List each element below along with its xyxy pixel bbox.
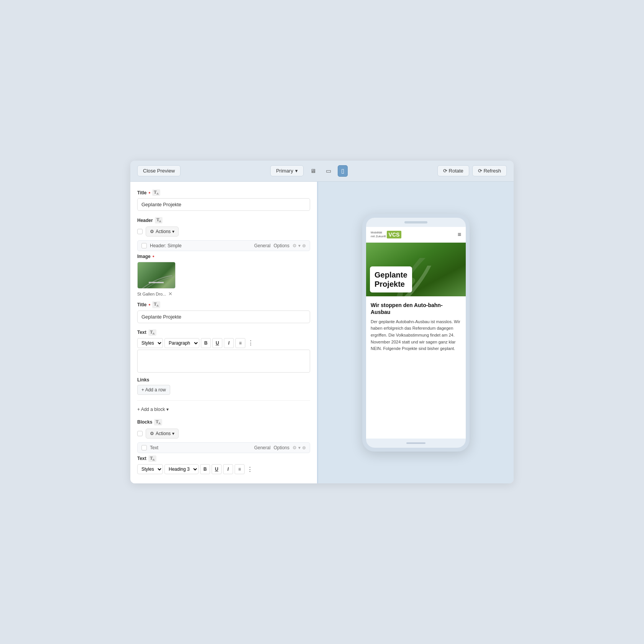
block-more-button[interactable]: ⋮ xyxy=(246,466,254,473)
blocks-actions-chevron-icon: ▾ xyxy=(172,431,174,436)
main-container: Close Preview Primary ▾ 🖥 ▭ ▯ ⟳ Rotate ⟳… xyxy=(130,161,514,483)
block-text-toolbar: Styles Heading 3 B U I ≡ ⋮ xyxy=(137,464,310,474)
paragraph-select[interactable]: Paragraph xyxy=(164,338,199,348)
block-text-translate-icon: 𝐓A xyxy=(148,455,156,462)
mobile-icon: ▯ xyxy=(341,168,344,174)
underline-button[interactable]: U xyxy=(212,338,222,348)
blocks-actions-button[interactable]: ⚙ Actions ▾ xyxy=(146,429,179,439)
right-panel: Mobilität mit Zukunft VCS ≡ xyxy=(318,182,514,483)
top-bar: Close Preview Primary ▾ 🖥 ▭ ▯ ⟳ Rotate ⟳… xyxy=(130,161,514,182)
title-field-label: Title • 𝐓A xyxy=(137,189,310,196)
block-list-button[interactable]: ≡ xyxy=(235,464,245,474)
left-panel: Title • 𝐓A Header 𝐓A ⚙ Actions ▾ xyxy=(130,182,318,483)
header-checkbox[interactable] xyxy=(137,229,143,234)
header-section-label: Header 𝐓A xyxy=(137,217,310,223)
text-translate-icon: 𝐓A xyxy=(148,329,156,336)
content-body: Der geplante Autobahn-Ausbau ist masslos… xyxy=(371,319,461,352)
inner-translate-icon: 𝐓A xyxy=(152,301,160,308)
block-styles-select[interactable]: Styles xyxy=(137,464,163,474)
text-block-row: Text General Options ⚙ ▾ ⊕ xyxy=(137,442,310,453)
rotate-button[interactable]: ⟳ Rotate xyxy=(437,165,469,176)
content-section: Wir stoppen den Auto-bahn-Ausbau Der gep… xyxy=(366,296,466,358)
block-bold-button[interactable]: B xyxy=(200,464,210,474)
text-block-checkbox[interactable] xyxy=(141,445,147,450)
styles-select[interactable]: Styles xyxy=(137,338,163,348)
hero-image: Geplante Projekte xyxy=(366,243,466,296)
content-subtitle: Wir stoppen den Auto-bahn-Ausbau xyxy=(371,302,461,315)
inner-title-label: Title • 𝐓A xyxy=(137,301,310,308)
phone-screen: Mobilität mit Zukunft VCS ≡ xyxy=(366,227,466,439)
options-tab[interactable]: Options xyxy=(274,243,289,248)
text-block-tabs: General Options xyxy=(254,445,289,450)
inner-title-input[interactable] xyxy=(137,310,310,323)
header-block-tabs: General Options xyxy=(254,243,289,248)
header-translate-icon: 𝐓A xyxy=(155,217,163,223)
blocks-checkbox[interactable] xyxy=(137,431,143,436)
inner-required-dot: • xyxy=(148,302,150,308)
text-chevron-icon[interactable]: ▾ xyxy=(298,445,301,450)
actions-chevron-icon: ▾ xyxy=(172,229,174,234)
block-italic-button[interactable]: I xyxy=(223,464,233,474)
refresh-button[interactable]: ⟳ Refresh xyxy=(472,165,507,176)
header-actions-bar: ⚙ Actions ▾ xyxy=(137,227,310,237)
move-icon[interactable]: ⊕ xyxy=(302,243,306,248)
remove-image-btn[interactable]: ✕ xyxy=(168,291,172,297)
add-block-button[interactable]: + Add a block ▾ xyxy=(137,405,169,414)
close-preview-button[interactable]: Close Preview xyxy=(137,165,181,176)
block-underline-button[interactable]: U xyxy=(212,464,222,474)
list-button[interactable]: ≡ xyxy=(235,338,245,348)
header-actions-button[interactable]: ⚙ Actions ▾ xyxy=(146,227,179,237)
phone-notch-bar xyxy=(366,218,466,227)
hero-title-text: Geplante Projekte xyxy=(375,270,407,289)
desktop-icon: 🖥 xyxy=(310,168,316,174)
blocks-actions-bar: ⚙ Actions ▾ xyxy=(137,429,310,439)
more-options-button[interactable]: ⋮ xyxy=(247,339,255,347)
text-options-tab[interactable]: Options xyxy=(274,445,289,450)
bold-button[interactable]: B xyxy=(201,338,211,348)
vcs-tagline: Mobilität mit Zukunft xyxy=(371,231,386,238)
content-area: Title • 𝐓A Header 𝐓A ⚙ Actions ▾ xyxy=(130,182,514,483)
blocks-section-label: Blocks 𝐓A xyxy=(137,419,310,426)
image-preview[interactable] xyxy=(137,262,176,289)
chevron-icon[interactable]: ▾ xyxy=(298,243,301,248)
hero-overlay: Geplante Projekte xyxy=(370,266,462,292)
desktop-device-button[interactable]: 🖥 xyxy=(307,165,319,176)
title-input[interactable] xyxy=(137,198,310,211)
text-editor[interactable] xyxy=(137,350,310,373)
general-tab[interactable]: General xyxy=(254,243,271,248)
header-block-icons: ⚙ ▾ ⊕ xyxy=(292,243,306,248)
text-toolbar-row: Styles Paragraph B U I ≡ ⋮ xyxy=(137,338,310,348)
settings-icon[interactable]: ⚙ xyxy=(292,243,297,248)
heading3-select[interactable]: Heading 3 xyxy=(164,464,199,474)
hero-title-box: Geplante Projekte xyxy=(370,266,412,292)
home-indicator xyxy=(406,442,426,444)
blocks-translate-icon: 𝐓A xyxy=(154,419,162,426)
text-move-icon[interactable]: ⊕ xyxy=(302,445,306,450)
header-simple-checkbox[interactable] xyxy=(141,243,147,248)
add-block-chevron-icon: ▾ xyxy=(166,407,169,412)
chevron-down-icon: ▾ xyxy=(295,168,298,174)
text-general-tab[interactable]: General xyxy=(254,445,271,450)
gear-icon: ⚙ xyxy=(150,229,154,234)
primary-dropdown-button[interactable]: Primary ▾ xyxy=(270,165,304,176)
blocks-gear-icon: ⚙ xyxy=(150,431,154,436)
phone-mockup: Mobilität mit Zukunft VCS ≡ xyxy=(362,214,470,452)
add-row-button[interactable]: + Add a row xyxy=(137,385,170,395)
header-simple-block-row: Header: Simple General Options ⚙ ▾ ⊕ xyxy=(137,240,310,251)
italic-button[interactable]: I xyxy=(224,338,234,348)
image-landscape-bg xyxy=(138,262,175,288)
text-settings-icon[interactable]: ⚙ xyxy=(292,445,297,450)
image-caption: St Gallen Dro... ✕ xyxy=(137,291,310,297)
mobile-device-button[interactable]: ▯ xyxy=(338,165,348,177)
vcs-logo: Mobilität mit Zukunft VCS xyxy=(371,231,401,238)
links-label: Links xyxy=(137,377,310,383)
tablet-device-button[interactable]: ▭ xyxy=(322,165,335,177)
links-section: Links + Add a row xyxy=(137,377,310,395)
text-block-icons: ⚙ ▾ ⊕ xyxy=(292,445,306,450)
translate-icon: 𝐓A xyxy=(152,189,160,196)
phone-home-bar xyxy=(366,439,466,448)
tablet-icon: ▭ xyxy=(326,168,331,174)
text-field-label: Text 𝐓A xyxy=(137,329,310,336)
top-bar-left: Close Preview xyxy=(137,165,181,176)
vcs-badge: VCS xyxy=(387,231,402,238)
